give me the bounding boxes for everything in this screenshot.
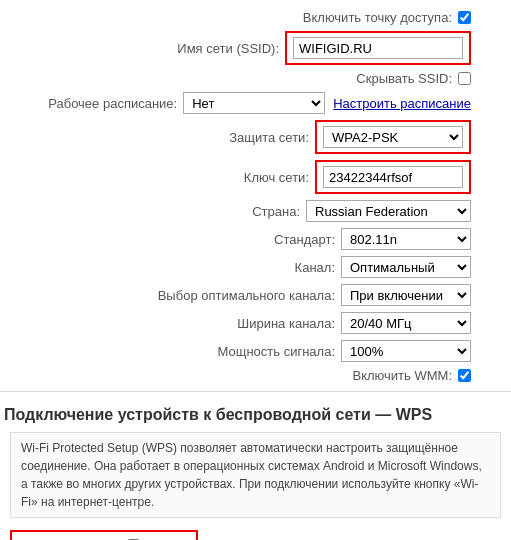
enable-ap-label: Включить точку доступа:	[303, 10, 452, 25]
ssid-label: Имя сети (SSID):	[177, 41, 279, 56]
wps-description-text: Wi-Fi Protected Setup (WPS) позволяет ав…	[21, 441, 482, 509]
security-highlighted-box: WPA2-PSK Нет WEP WPA-PSK WPA/WPA2-PSK	[315, 120, 471, 154]
bandwidth-label: Ширина канала:	[237, 316, 335, 331]
schedule-row: Рабочее расписание: Нет Всегда Пользоват…	[10, 92, 501, 114]
country-select[interactable]: Russian Federation	[306, 200, 471, 222]
wps-checkboxes-box: Включить WPS: Использовать пин-код:	[10, 530, 198, 540]
wps-description: Wi-Fi Protected Setup (WPS) позволяет ав…	[10, 432, 501, 518]
ssid-highlighted-box	[285, 31, 471, 65]
optimal-channel-row: Выбор оптимального канала: При включении…	[10, 284, 501, 306]
hide-ssid-label: Скрывать SSID:	[356, 71, 452, 86]
country-label: Страна:	[252, 204, 300, 219]
key-row: Ключ сети:	[10, 160, 501, 194]
schedule-label: Рабочее расписание:	[48, 96, 177, 111]
channel-row: Канал: Оптимальный 1234 5678 910111213	[10, 256, 501, 278]
optimal-channel-label: Выбор оптимального канала:	[158, 288, 335, 303]
wmm-row: Включить WMM:	[10, 368, 501, 383]
standard-row: Стандарт: 802.11n 802.11b/g/n 802.11b 80…	[10, 228, 501, 250]
security-label: Защита сети:	[229, 130, 309, 145]
ssid-row: Имя сети (SSID):	[10, 31, 501, 65]
power-select[interactable]: 100% 75% 50% 25%	[341, 340, 471, 362]
bandwidth-select[interactable]: 20/40 МГц 20 МГц 40 МГц	[341, 312, 471, 334]
key-input[interactable]	[323, 166, 463, 188]
wmm-checkbox[interactable]	[458, 369, 471, 382]
security-row: Защита сети: WPA2-PSK Нет WEP WPA-PSK WP…	[10, 120, 501, 154]
country-row: Страна: Russian Federation	[10, 200, 501, 222]
power-label: Мощность сигнала:	[218, 344, 336, 359]
wmm-label: Включить WMM:	[353, 368, 452, 383]
wps-heading: Подключение устройств к беспроводной сет…	[0, 400, 511, 428]
enable-ap-checkbox[interactable]	[458, 11, 471, 24]
bandwidth-row: Ширина канала: 20/40 МГц 20 МГц 40 МГц	[10, 312, 501, 334]
schedule-link[interactable]: Настроить расписание	[333, 96, 471, 111]
schedule-select[interactable]: Нет Всегда Пользовательское	[183, 92, 325, 114]
hide-ssid-row: Скрывать SSID:	[10, 71, 501, 86]
divider	[0, 391, 511, 392]
standard-label: Стандарт:	[274, 232, 335, 247]
key-highlighted-box	[315, 160, 471, 194]
channel-select[interactable]: Оптимальный 1234 5678 910111213	[341, 256, 471, 278]
hide-ssid-checkbox[interactable]	[458, 72, 471, 85]
security-select[interactable]: WPA2-PSK Нет WEP WPA-PSK WPA/WPA2-PSK	[323, 126, 463, 148]
channel-label: Канал:	[295, 260, 335, 275]
optimal-channel-select[interactable]: При включении Вручную	[341, 284, 471, 306]
power-row: Мощность сигнала: 100% 75% 50% 25%	[10, 340, 501, 362]
ssid-input[interactable]	[293, 37, 463, 59]
enable-ap-row: Включить точку доступа:	[10, 10, 501, 25]
key-label: Ключ сети:	[244, 170, 309, 185]
standard-select[interactable]: 802.11n 802.11b/g/n 802.11b 802.11g	[341, 228, 471, 250]
